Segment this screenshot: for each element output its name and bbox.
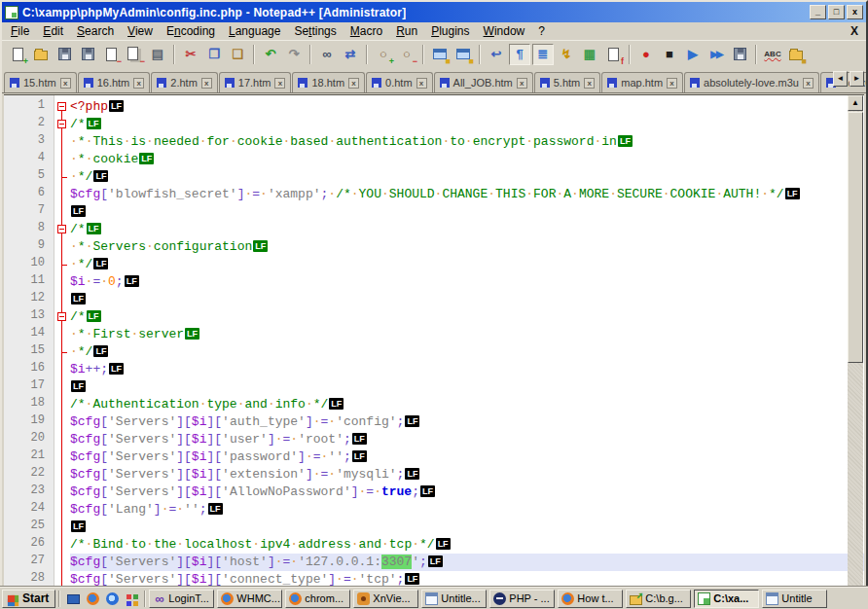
task-button[interactable]: PHP - ... [489, 590, 555, 608]
tab-0.htm[interactable]: 0.htmx [366, 72, 433, 92]
menu-item-encoding[interactable]: Encoding [160, 23, 222, 39]
redo-button[interactable]: ↷ [283, 44, 305, 65]
user-defined-dialog-button[interactable]: ↯ [556, 44, 577, 65]
scroll-up-icon[interactable]: ▲ [848, 95, 863, 111]
code-area[interactable]: <?phpLF/*LF·*·This·is·needed·for·cookie·… [70, 95, 864, 605]
tab-scroll-left-icon[interactable]: ◄ [833, 71, 848, 87]
line-number: 11 [4, 273, 54, 291]
tab-close-icon[interactable]: x [517, 78, 527, 89]
close-button[interactable]: x [847, 5, 863, 19]
tab-scroll-right-icon[interactable]: ► [850, 71, 864, 87]
tab-16.htm[interactable]: 16.htmx [78, 72, 151, 92]
tab-close-icon[interactable]: x [60, 78, 71, 89]
cut-button[interactable]: ✂ [180, 44, 201, 65]
new-file-button[interactable]: + [7, 44, 28, 65]
close-all-button[interactable]: − [124, 44, 145, 65]
tab-2.htm[interactable]: 2.htmx [151, 72, 218, 92]
indent-guide-button[interactable]: ≣ [532, 44, 554, 65]
tab-map.htm[interactable]: map.htmx [601, 72, 683, 92]
vertical-scrollbar[interactable]: ▲ [848, 95, 863, 605]
task-button[interactable]: How t... [558, 590, 623, 608]
macro-stop-button[interactable]: ■ [659, 44, 680, 65]
menu-item-plugins[interactable]: Plugins [424, 23, 476, 39]
spell-check-button[interactable]: ABC [762, 44, 783, 65]
close-document-icon[interactable]: X [850, 24, 858, 38]
replace-button[interactable]: ⇄ [340, 44, 361, 65]
minimize-button[interactable]: _ [810, 5, 826, 19]
tab-close-icon[interactable]: x [133, 78, 144, 89]
undo-button[interactable]: ↶ [260, 44, 281, 65]
quicklaunch-app-grid-button[interactable] [124, 591, 139, 606]
task-button[interactable]: Untitle... [421, 590, 487, 608]
fold-line [61, 536, 62, 554]
macro-record-button[interactable]: ● [635, 44, 657, 65]
paste-button[interactable]: ❑ [227, 44, 248, 65]
task-button[interactable]: WHMC... [217, 590, 282, 608]
tab-close-icon[interactable]: x [584, 78, 595, 89]
zoom-in-button[interactable]: ○+ [373, 44, 394, 65]
task-button[interactable]: C:\xa... [694, 590, 759, 608]
fold-collapse-icon[interactable] [57, 312, 66, 321]
find-button[interactable]: ∞ [316, 44, 338, 65]
quicklaunch-show-desktop-button[interactable] [65, 591, 81, 606]
fold-collapse-icon[interactable] [57, 102, 66, 111]
tab-17.htm[interactable]: 17.htmx [219, 72, 292, 92]
menu-item-help[interactable]: ? [531, 23, 552, 39]
quicklaunch-thunderbird-button[interactable] [104, 591, 120, 606]
explorer-folder-button[interactable]: ■ [785, 44, 807, 65]
menu-item-language[interactable]: Language [222, 23, 287, 39]
menu-item-run[interactable]: Run [389, 23, 424, 39]
show-all-characters-button[interactable]: ¶ [509, 44, 530, 65]
task-button[interactable]: C:\b.g... [626, 590, 691, 608]
sync-vertical-scroll-button[interactable]: ■ [429, 44, 451, 65]
macro-save-button[interactable] [729, 44, 750, 65]
quicklaunch-firefox-button[interactable] [85, 591, 100, 606]
tab-absolutely-love.m3u[interactable]: absolutely-love.m3ux [684, 72, 819, 92]
task-button[interactable]: chrom... [285, 590, 350, 608]
scrollbar-thumb[interactable] [848, 112, 863, 363]
macro-playback-button[interactable]: ▶ [682, 44, 704, 65]
save-all-button[interactable] [77, 44, 98, 65]
saved-floppy-icon [607, 78, 617, 88]
menu-item-search[interactable]: Search [70, 23, 121, 39]
fold-collapse-icon[interactable] [57, 225, 66, 233]
task-button[interactable]: Untitle [762, 590, 827, 608]
menu-item-settings[interactable]: Settings [287, 23, 343, 39]
macro-run-multiple-button[interactable]: ▶▶ [705, 44, 727, 65]
maximize-button[interactable]: □ [828, 5, 845, 19]
menu-item-view[interactable]: View [121, 23, 160, 39]
tab-close-icon[interactable]: x [274, 78, 285, 89]
menu-item-file[interactable]: File [4, 23, 36, 39]
open-folder-icon [34, 51, 48, 60]
close-file-button[interactable]: − [100, 44, 122, 65]
tab-5.htm[interactable]: 5.htmx [534, 72, 601, 92]
word-wrap-button[interactable]: ↩ [486, 44, 507, 65]
tab-close-icon[interactable]: x [803, 78, 814, 89]
tab-close-icon[interactable]: x [201, 78, 212, 89]
tab-15.htm[interactable]: 15.htmx [4, 72, 77, 92]
tab-18.htm[interactable]: 18.htmx [292, 72, 365, 92]
open-folder-button[interactable] [30, 44, 52, 65]
fold-collapse-icon[interactable] [57, 120, 66, 128]
sync-horizontal-scroll-button[interactable]: ■ [452, 44, 474, 65]
copy-button[interactable]: ❐ [203, 44, 225, 65]
code-editor[interactable]: 1234567891011121314151617181920212223242… [4, 94, 864, 605]
line-number: 2 [4, 116, 54, 133]
function-list-button[interactable]: f [602, 44, 624, 65]
tab-close-icon[interactable]: x [416, 78, 427, 89]
save-file-button[interactable] [54, 44, 75, 65]
task-label: C:\xa... [713, 592, 748, 604]
menu-item-edit[interactable]: Edit [36, 23, 70, 39]
line-number: 22 [4, 466, 54, 484]
menu-item-macro[interactable]: Macro [344, 23, 389, 39]
tab-close-icon[interactable]: x [667, 78, 677, 89]
start-button[interactable]: Start [2, 590, 55, 608]
tab-All_JOB.htm[interactable]: All_JOB.htmx [434, 72, 533, 92]
task-button[interactable]: XnVie... [353, 590, 418, 608]
print-button[interactable]: ▤ [147, 44, 168, 65]
task-button[interactable]: LoginT... [149, 590, 214, 608]
menu-item-window[interactable]: Window [477, 23, 532, 39]
document-map-button[interactable]: ▦ [579, 44, 600, 65]
tab-close-icon[interactable]: x [348, 78, 359, 89]
zoom-out-button[interactable]: ○− [396, 44, 417, 65]
